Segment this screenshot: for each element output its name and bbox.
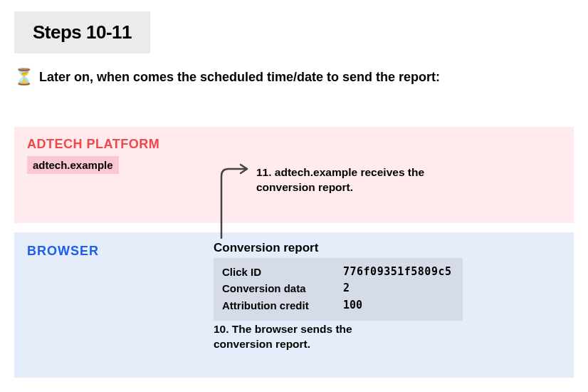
report-val-attr-credit: 100	[343, 297, 362, 314]
report-row-attr-credit: Attribution credit 100	[222, 297, 454, 314]
report-row-click-id: Click ID 776f09351f5809c5	[222, 264, 454, 280]
report-key-attr-credit: Attribution credit	[222, 297, 343, 314]
report-key-conv-data: Conversion data	[222, 280, 343, 296]
steps-title-badge: Steps 10-11	[14, 11, 150, 53]
conversion-report-block: Conversion report Click ID 776f09351f580…	[214, 241, 463, 321]
intro-line: ⏳ Later on, when comes the scheduled tim…	[14, 69, 588, 85]
conversion-report-table: Click ID 776f09351f5809c5 Conversion dat…	[214, 258, 463, 321]
adtech-heading: ADTECH PLATFORM	[27, 137, 561, 152]
report-val-conv-data: 2	[343, 280, 350, 296]
conversion-report-title: Conversion report	[214, 241, 463, 255]
step-10-text: 10. The browser sends the conversion rep…	[214, 322, 392, 352]
report-row-conv-data: Conversion data 2	[222, 280, 454, 296]
intro-text: Later on, when comes the scheduled time/…	[39, 70, 440, 85]
report-key-click-id: Click ID	[222, 264, 343, 280]
adtech-domain-chip: adtech.example	[27, 156, 119, 174]
hourglass-icon: ⏳	[14, 69, 33, 85]
step-11-text: 11. adtech.example receives the conversi…	[256, 165, 441, 195]
report-val-click-id: 776f09351f5809c5	[343, 264, 452, 280]
